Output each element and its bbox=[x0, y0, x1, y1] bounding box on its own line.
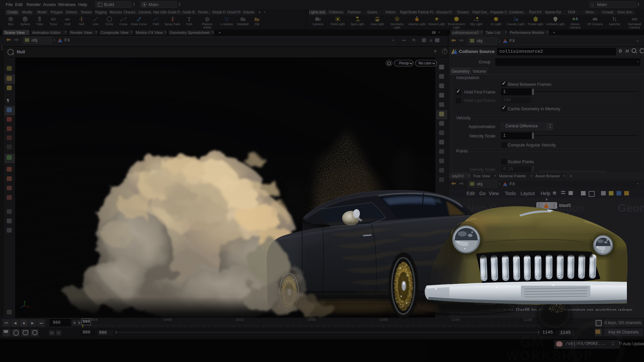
svg-text:No cam: No cam bbox=[419, 61, 431, 65]
svg-text:Persp: Persp bbox=[399, 61, 409, 65]
